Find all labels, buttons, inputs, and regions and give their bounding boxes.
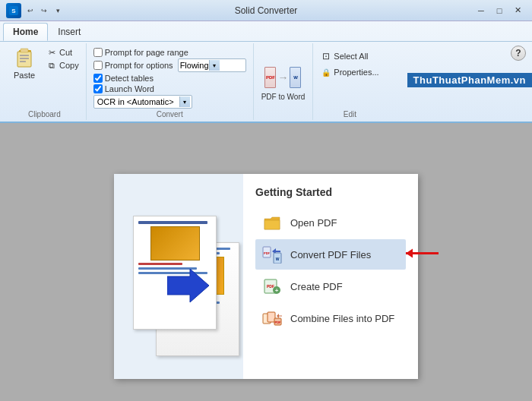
prompt-page-range-checkbox[interactable]: Prompt for page range [93, 48, 188, 57]
window-title: Solid Converter [235, 5, 298, 16]
convert-group-label-real: Convert [157, 109, 183, 118]
combine-files-button[interactable]: PDF Combine Files into PDF [255, 303, 406, 333]
create-pdf-label: Create PDF [290, 281, 343, 292]
properties-icon: 🔒 [321, 67, 331, 77]
watermark: ThuThuatPhanMem.vn [407, 73, 532, 87]
svg-text:+: + [275, 287, 279, 294]
svg-rect-6 [20, 58, 29, 59]
svg-rect-5 [20, 55, 29, 56]
title-bar: S ↩ ↪ ▾ Solid Converter ─ □ ✕ [0, 0, 532, 21]
pdf-to-word-button[interactable]: PDF → W PDF to Word [258, 59, 309, 104]
svg-text:PDF: PDF [275, 320, 282, 324]
getting-started-title: Getting Started [255, 186, 406, 198]
scissors-icon: ✂ [46, 47, 57, 58]
preview-arrow [167, 269, 209, 305]
convert-pdf-button[interactable]: PDF W Convert PDF Files [255, 239, 406, 270]
edit-group: ⊡ Select All 🔒 Properties... Edit [313, 43, 386, 120]
main-content: Getting Started Open PDF PDF [0, 123, 532, 401]
copy-button[interactable]: ⧉ Copy [44, 59, 81, 71]
panel-preview [114, 174, 243, 379]
open-pdf-icon [261, 212, 283, 233]
flowing-dropdown[interactable]: Flowing ▾ [178, 58, 246, 72]
convert-pdf-icon: PDF W [261, 244, 283, 265]
maximize-button[interactable]: □ [491, 4, 508, 17]
close-button[interactable]: ✕ [509, 4, 526, 17]
pdf-to-word-group: PDF → W PDF to Word [254, 43, 314, 120]
launch-word-input[interactable] [93, 84, 103, 93]
red-arrow [402, 242, 440, 267]
clipboard-group-label: Clipboard [28, 109, 61, 118]
detect-tables-input[interactable] [93, 74, 103, 83]
select-all-icon: ⊡ [321, 51, 331, 62]
prompt-page-range-input[interactable] [93, 48, 103, 57]
copy-icon: ⧉ [46, 60, 57, 71]
getting-started-panel: Getting Started Open PDF PDF [114, 174, 418, 379]
ocr-dropdown-arrow[interactable]: ▾ [179, 96, 190, 107]
svg-text:W: W [276, 257, 280, 261]
edit-group-label: Edit [344, 109, 356, 118]
pdf-to-word-label: PDF to Word [261, 93, 306, 101]
svg-rect-7 [20, 61, 26, 62]
svg-text:S: S [11, 8, 16, 14]
minimize-button[interactable]: ─ [473, 4, 489, 17]
prompt-options-checkbox[interactable]: Prompt for options [93, 61, 173, 70]
svg-rect-4 [21, 49, 28, 52]
launch-word-checkbox[interactable]: Launch Word [93, 84, 154, 93]
tab-home[interactable]: Home [3, 23, 48, 41]
open-pdf-button[interactable]: Open PDF [255, 207, 406, 238]
ocr-dropdown[interactable]: OCR in <Automatic> ▾ [93, 95, 192, 109]
app-icon: S [6, 3, 21, 18]
clipboard-group: Paste ✂ Cut ⧉ Copy Clipboard [3, 43, 87, 120]
cut-button[interactable]: ✂ Cut [44, 46, 81, 58]
svg-text:PDF: PDF [267, 284, 274, 289]
ribbon: Home Insert [0, 21, 532, 123]
detect-tables-checkbox[interactable]: Detect tables [93, 74, 154, 83]
svg-marker-8 [167, 269, 209, 302]
panel-actions: Getting Started Open PDF PDF [243, 174, 418, 379]
flowing-dropdown-arrow[interactable]: ▾ [209, 60, 220, 71]
redo-button[interactable]: ↪ [38, 5, 50, 17]
svg-text:PDF: PDF [264, 251, 271, 255]
prompt-options-input[interactable] [93, 61, 103, 70]
quick-access-dropdown[interactable]: ▾ [52, 5, 64, 17]
convert-group: Prompt for page range Prompt for options… [87, 43, 254, 120]
paste-button[interactable]: Paste [8, 45, 41, 81]
help-button[interactable]: ? [511, 46, 526, 61]
open-pdf-label: Open PDF [290, 217, 337, 229]
svg-marker-15 [406, 249, 413, 258]
create-pdf-button[interactable]: PDF + Create PDF [255, 271, 406, 302]
tab-insert[interactable]: Insert [48, 23, 90, 41]
properties-button[interactable]: 🔒 Properties... [318, 65, 382, 79]
combine-files-label: Combine Files into PDF [290, 313, 394, 324]
convert-pdf-label: Convert PDF Files [290, 249, 371, 260]
svg-marker-22 [277, 314, 282, 318]
create-pdf-icon: PDF + [261, 276, 283, 297]
paste-label: Paste [14, 71, 35, 80]
select-all-button[interactable]: ⊡ Select All [318, 49, 371, 63]
undo-button[interactable]: ↩ [24, 5, 36, 17]
combine-files-icon: PDF [261, 308, 283, 329]
